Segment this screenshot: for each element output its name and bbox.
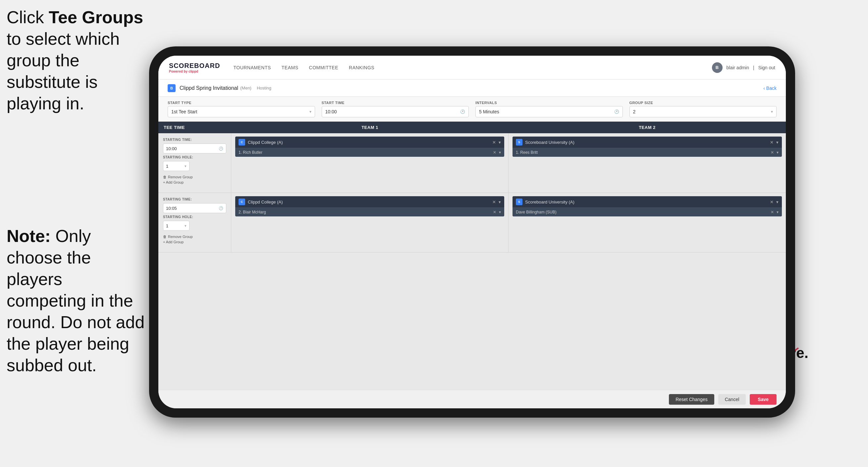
team2-cell-1: S Scoreboard University (A) ✕ ▾ 1. Rees … <box>508 133 786 193</box>
team1-card-2: C Clippd College (A) ✕ ▾ 2. Blair McHarg <box>235 196 504 216</box>
player-x-icon-1-2[interactable]: ✕ <box>493 210 496 214</box>
tablet-screen: SCOREBOARD Powered by clippd TOURNAMENTS… <box>158 56 786 408</box>
team2-name-2: Scoreboard University (A) <box>525 200 770 204</box>
team2-header-2: S Scoreboard University (A) ✕ ▾ <box>513 196 782 207</box>
col-team2: Team 2 <box>508 122 786 133</box>
player-chevron-icon-2-2[interactable]: ▾ <box>777 210 779 214</box>
logo-sub: Powered by clippd <box>169 69 220 73</box>
player-name-2-2: Dave Billingham (SUB) <box>516 210 771 214</box>
intervals-label: Intervals <box>475 101 623 105</box>
add-group-button-2[interactable]: + Add Group <box>163 240 226 244</box>
team1-header-1: C Clippd College (A) ✕ ▾ <box>235 137 504 148</box>
team1-x-icon-2[interactable]: ✕ <box>492 200 496 204</box>
group-size-label: Group Size <box>629 101 777 105</box>
save-button[interactable]: Save <box>750 394 777 405</box>
time-clock-icon-1: 🕐 <box>219 146 223 151</box>
start-type-field: Start Type 1st Tee Start ▾ <box>168 101 315 117</box>
team2-chevron-icon-1[interactable]: ▾ <box>776 140 779 145</box>
player-x-icon-2-1[interactable]: ✕ <box>771 150 774 155</box>
group-size-input[interactable]: 2 ▾ <box>629 106 777 117</box>
tee-group-1: STARTING TIME: 10:00 🕐 STARTING HOLE: 1 … <box>158 133 786 193</box>
cancel-button[interactable]: Cancel <box>718 394 746 405</box>
remove-group-button-2[interactable]: 🗑 Remove Group <box>163 235 226 239</box>
team1-logo-2: C <box>239 199 245 205</box>
tee-actions-1: 🗑 Remove Group + Add Group <box>163 175 226 184</box>
team2-card-2: S Scoreboard University (A) ✕ ▾ Dave Bil… <box>513 196 782 216</box>
team1-chevron-icon-2[interactable]: ▾ <box>499 200 501 204</box>
sub-header-logo-icon: B <box>168 84 176 92</box>
start-time-field: Start Time 10:00 🕐 <box>322 101 469 117</box>
team1-cell-2: C Clippd College (A) ✕ ▾ 2. Blair McHarg <box>231 193 508 252</box>
team2-logo-2: S <box>516 199 523 205</box>
config-row: Start Type 1st Tee Start ▾ Start Time 10… <box>158 97 786 122</box>
start-time-input[interactable]: 10:00 🕐 <box>322 106 469 117</box>
team2-name-1: Scoreboard University (A) <box>525 140 770 145</box>
hole-arrow-icon-2: ▾ <box>185 224 187 228</box>
player-row-2-1: 1. Rees Britt ✕ ▾ <box>513 148 782 157</box>
start-type-input[interactable]: 1st Tee Start ▾ <box>168 106 315 117</box>
nav-committee[interactable]: COMMITTEE <box>309 65 339 70</box>
tournament-name: Clippd Spring Invitational <box>180 85 238 91</box>
team1-header-2: C Clippd College (A) ✕ ▾ <box>235 196 504 207</box>
instruction-text: Click Tee Groups to select which group t… <box>7 7 146 114</box>
start-time-label: Start Time <box>322 101 469 105</box>
intervals-input[interactable]: 5 Minutes 🕐 <box>475 106 623 117</box>
starting-time-label-1: STARTING TIME: <box>163 138 226 142</box>
nav-logo: SCOREBOARD Powered by clippd <box>169 62 220 73</box>
player-x-icon-2-2[interactable]: ✕ <box>771 210 774 214</box>
starting-hole-label-2: STARTING HOLE: <box>163 215 226 219</box>
back-button[interactable]: ‹ Back <box>763 86 777 91</box>
team1-cell-1: C Clippd College (A) ✕ ▾ 1. Rich Butler <box>231 133 508 193</box>
starting-hole-input-1[interactable]: 1 ▾ <box>163 161 189 171</box>
user-avatar: B <box>712 62 722 73</box>
add-group-button-1[interactable]: + Add Group <box>163 180 226 184</box>
team1-controls-1: ✕ ▾ <box>492 140 501 145</box>
starting-hole-label-1: STARTING HOLE: <box>163 155 226 159</box>
main-content: Tee Time Team 1 Team 2 STARTING TIME: 10… <box>158 122 786 390</box>
tee-left-1: STARTING TIME: 10:00 🕐 STARTING HOLE: 1 … <box>158 133 231 193</box>
player-chevron-icon-1-2[interactable]: ▾ <box>499 210 501 214</box>
team1-x-icon-1[interactable]: ✕ <box>492 140 496 145</box>
col-team1: Team 1 <box>231 122 508 133</box>
start-type-arrow-icon: ▾ <box>309 109 311 114</box>
team1-name-1: Clippd College (A) <box>248 140 492 145</box>
note-text: Note: Only choose the players competing … <box>7 225 146 376</box>
footer-bar: Reset Changes Cancel Save <box>158 390 786 408</box>
starting-time-input-1[interactable]: 10:00 🕐 <box>163 144 226 153</box>
player-controls-1-2: ✕ ▾ <box>493 210 501 214</box>
player-controls-2-1: ✕ ▾ <box>771 150 779 155</box>
starting-time-input-2[interactable]: 10:05 🕐 <box>163 203 226 213</box>
reset-changes-button[interactable]: Reset Changes <box>669 394 714 405</box>
player-name-1-2: 2. Blair McHarg <box>239 210 493 214</box>
hosting-label: Hosting <box>257 86 271 90</box>
hole-arrow-icon-1: ▾ <box>185 164 187 168</box>
player-controls-1-1: ✕ ▾ <box>493 150 501 155</box>
nav-rankings[interactable]: RANKINGS <box>349 65 374 70</box>
group-size-arrow-icon: ▾ <box>771 109 773 114</box>
starting-hole-input-2[interactable]: 1 ▾ <box>163 221 189 231</box>
team2-chevron-icon-2[interactable]: ▾ <box>776 200 779 204</box>
player-x-icon-1-1[interactable]: ✕ <box>493 150 496 155</box>
player-name-2-1: 1. Rees Britt <box>516 150 771 155</box>
team1-controls-2: ✕ ▾ <box>492 200 501 204</box>
nav-divider: | <box>753 65 754 70</box>
nav-teams[interactable]: TEAMS <box>282 65 299 70</box>
player-name-1-1: 1. Rich Butler <box>239 150 493 155</box>
team2-controls-2: ✕ ▾ <box>770 200 779 204</box>
team1-chevron-icon-1[interactable]: ▾ <box>499 140 501 145</box>
table-body: STARTING TIME: 10:00 🕐 STARTING HOLE: 1 … <box>158 133 786 390</box>
trash-icon-2: 🗑 <box>163 235 167 239</box>
nav-user-area: B blair admin | Sign out <box>712 62 776 73</box>
team1-card-1: C Clippd College (A) ✕ ▾ 1. Rich Butler <box>235 137 504 157</box>
sign-out-link[interactable]: Sign out <box>758 65 775 70</box>
team2-x-icon-1[interactable]: ✕ <box>770 140 774 145</box>
player-chevron-icon-1-1[interactable]: ▾ <box>499 150 501 155</box>
team1-logo-1: C <box>239 139 245 146</box>
group-size-field: Group Size 2 ▾ <box>629 101 777 117</box>
remove-group-button-1[interactable]: 🗑 Remove Group <box>163 175 226 179</box>
nav-tournaments[interactable]: TOURNAMENTS <box>233 65 271 70</box>
player-chevron-icon-2-1[interactable]: ▾ <box>777 150 779 155</box>
tee-left-2: STARTING TIME: 10:05 🕐 STARTING HOLE: 1 … <box>158 193 231 252</box>
tablet-shell: SCOREBOARD Powered by clippd TOURNAMENTS… <box>149 47 795 418</box>
team2-x-icon-2[interactable]: ✕ <box>770 200 774 204</box>
